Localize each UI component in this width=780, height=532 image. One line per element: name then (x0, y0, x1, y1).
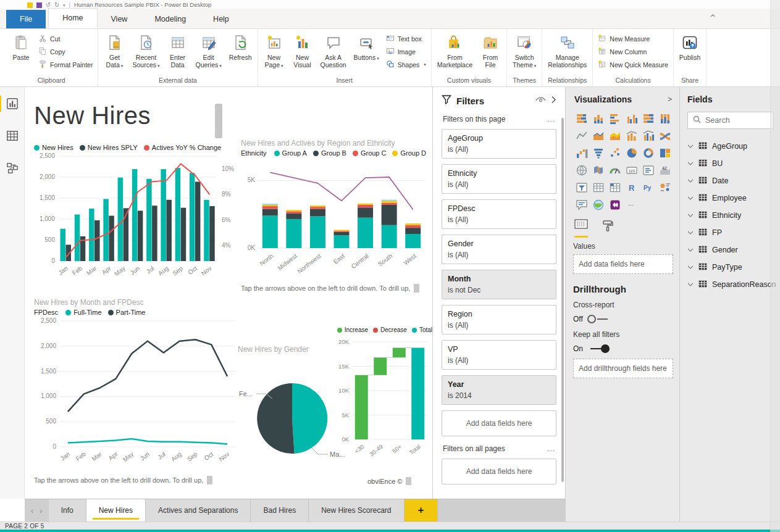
viz-icon-map[interactable] (573, 162, 590, 178)
ribbon-tab-home[interactable]: Home (48, 8, 97, 28)
viz-icon-slicer[interactable] (573, 180, 590, 196)
from-file-button[interactable]: FromFile (476, 30, 505, 76)
section-menu-dots[interactable]: ... (547, 444, 555, 453)
page-tab-new-hires-scorecard[interactable]: New Hires Scorecard (309, 499, 404, 522)
manage-relationships-button[interactable]: ManageRelationships (544, 30, 590, 76)
values-dropzone[interactable]: Add data fields here (573, 254, 673, 274)
legend-item[interactable]: New Hires (34, 144, 73, 151)
page-tab-bad-hires[interactable]: Bad Hires (251, 499, 309, 522)
waterfall-plot[interactable]: 0K5K10K15K20K<3030-4950+Total (306, 333, 432, 474)
format-painter-button[interactable]: Format Painter (38, 60, 93, 70)
report-canvas[interactable]: New Hires New HiresNew Hires SPLYActives… (25, 87, 432, 499)
buttons-button[interactable]: Buttons▾ (350, 30, 383, 76)
copy-button[interactable]: Copy (38, 47, 93, 57)
viz-icon-waterfall[interactable] (573, 145, 590, 161)
field-table-separationreason[interactable]: SeparationReason (687, 276, 774, 293)
viz-icon-treemap[interactable] (656, 145, 673, 161)
viz-icon-multi-row-card[interactable] (640, 162, 656, 178)
search-input[interactable] (705, 116, 768, 125)
filter-dropzone[interactable]: Add data fields here (442, 410, 556, 436)
viz-icon-clustered-bar[interactable] (606, 110, 623, 127)
quick-access-caret[interactable]: ▾ (63, 3, 65, 8)
viz-icon-line-stacked-column[interactable] (623, 128, 640, 144)
chevron-down-icon[interactable] (687, 280, 694, 289)
chevron-down-icon[interactable] (687, 194, 694, 202)
cross-report-toggle[interactable]: Off (573, 314, 673, 324)
chevron-down-icon[interactable] (687, 177, 694, 185)
field-table-date[interactable]: Date (687, 172, 774, 189)
viz-icon-power-apps[interactable] (606, 197, 623, 213)
get-data-button[interactable]: GetData▾ (100, 30, 128, 76)
chevron-down-icon[interactable] (687, 228, 694, 237)
viz-icon-pie[interactable] (623, 145, 640, 161)
viz-icon-more[interactable]: ··· (623, 197, 640, 213)
visual-new-hires-combo[interactable]: New HiresNew Hires SPLYActives YoY % Cha… (34, 144, 238, 292)
data-view-button[interactable] (4, 128, 20, 144)
region-plot[interactable]: 0K5KNorthMidwestNorthwestEastCentralSout… (241, 157, 432, 283)
page-tab-info[interactable]: Info (49, 499, 86, 522)
section-menu-dots[interactable]: ... (547, 115, 555, 123)
ribbon-tab-modeling[interactable]: Modeling (141, 10, 199, 28)
save-icon[interactable] (36, 2, 42, 8)
chevron-right-icon[interactable] (551, 95, 556, 106)
viz-icon-table[interactable] (590, 180, 606, 196)
fpdesc-plot[interactable]: 05001,0001,5002,0002,500JanFebMarAprMayJ… (34, 316, 241, 474)
chevron-down-icon[interactable] (687, 263, 694, 272)
field-table-fp[interactable]: FP (687, 224, 774, 241)
ask-a-question-button[interactable]: Ask AQuestion (317, 30, 350, 76)
viz-icon-area[interactable] (590, 128, 606, 144)
chevron-down-icon[interactable] (687, 142, 694, 151)
chevron-down-icon[interactable] (687, 246, 694, 254)
tab-fields[interactable] (574, 219, 588, 238)
filter-dropzone[interactable]: Add data fields here (442, 459, 556, 484)
viz-icon-donut[interactable] (640, 145, 656, 161)
filter-card-fpdesc[interactable]: FPDescis (All) (442, 199, 556, 229)
legend-item[interactable]: Group C (353, 149, 387, 157)
visual-region-ethnicity[interactable]: New Hires and Actives by Region and Ethn… (241, 139, 432, 293)
filter-card-month[interactable]: Monthis not Dec (442, 270, 556, 299)
title-textbox[interactable]: New Hires (34, 102, 222, 141)
filters-scrollbar[interactable] (561, 118, 564, 482)
undo-icon[interactable]: ↺ (46, 1, 51, 8)
report-view-button[interactable] (4, 96, 20, 112)
legend-item[interactable]: Total (412, 326, 432, 333)
filter-card-agegroup[interactable]: AgeGroupis (All) (442, 129, 556, 159)
enter-data-button[interactable]: EnterData (164, 30, 192, 76)
viz-icon-card[interactable]: 123 (623, 162, 640, 178)
legend-item[interactable]: Decrease (373, 326, 407, 333)
viz-icon-python[interactable]: Py (640, 180, 656, 196)
ribbon-tab-view[interactable]: View (98, 10, 141, 28)
viz-icon-pct-stacked-column[interactable] (656, 110, 673, 127)
prev-page-arrow[interactable]: ‹ (31, 506, 33, 515)
viz-icon-gauge[interactable] (606, 162, 623, 178)
viz-icon-stacked-column[interactable] (590, 110, 606, 127)
legend-item[interactable]: New Hires SPLY (80, 144, 138, 151)
filter-card-ethnicity[interactable]: Ethnicityis (All) (442, 164, 556, 194)
legend-item[interactable]: Group B (313, 149, 346, 157)
ribbon-tab-help[interactable]: Help (199, 10, 243, 28)
viz-icon-ribbon[interactable] (656, 128, 673, 144)
from-marketplace-button[interactable]: FromMarketplace (434, 30, 476, 76)
field-table-ethnicity[interactable]: Ethnicity (687, 207, 774, 224)
fields-search[interactable] (687, 112, 774, 129)
filter-card-vp[interactable]: VPis (All) (442, 340, 556, 370)
page-tab-actives-and-separations[interactable]: Actives and Separations (146, 499, 251, 522)
image-button[interactable]: Image (386, 47, 426, 57)
viz-icon-arcgis[interactable] (590, 197, 606, 213)
scroll-thumb[interactable] (406, 477, 411, 485)
viz-icon-stacked-bar[interactable] (573, 110, 590, 127)
new-page-button[interactable]: NewPage▾ (260, 30, 288, 76)
field-table-paytype[interactable]: PayType (687, 259, 774, 276)
ribbon-tab-file[interactable]: File (6, 10, 46, 28)
redo-icon[interactable]: ↻ (54, 1, 59, 8)
field-table-employee[interactable]: Employee (687, 189, 774, 207)
viz-icon-clustered-column[interactable] (623, 110, 640, 127)
field-table-bu[interactable]: BU (687, 155, 774, 172)
keep-filters-toggle[interactable]: On (573, 344, 673, 354)
legend-item[interactable]: Actives YoY % Change (144, 144, 221, 151)
textbox-scrollbar[interactable] (215, 104, 222, 138)
new-measure-button[interactable]: New Measure (598, 34, 668, 44)
viz-icon-filled-map[interactable] (590, 162, 606, 178)
new-visual-button[interactable]: NewVisual (288, 30, 317, 76)
legend-item[interactable]: Increase (337, 326, 368, 333)
